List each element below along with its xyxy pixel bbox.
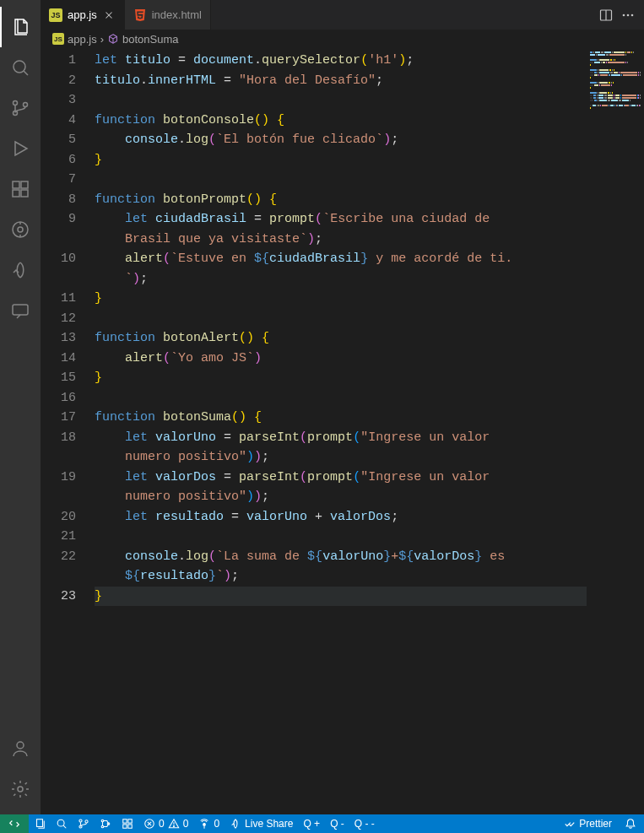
git-graph-icon — [100, 818, 111, 830]
port-count: 0 — [214, 818, 219, 830]
branch-icon — [10, 98, 30, 118]
extensions-icon — [122, 818, 133, 830]
status-search[interactable] — [51, 814, 73, 833]
activity-bar — [0, 0, 41, 814]
liveshare-icon — [10, 260, 30, 280]
remote-icon — [8, 818, 20, 830]
svg-point-10 — [18, 227, 23, 232]
search-icon — [56, 818, 68, 830]
activity-source-control[interactable] — [0, 88, 41, 128]
status-problems[interactable]: 0 0 — [138, 814, 193, 833]
chevron-right-icon: › — [100, 33, 104, 46]
activity-gitlens[interactable] — [0, 209, 41, 250]
status-right: Prettier — [559, 814, 644, 833]
line-gutter: 123456789 10 1112131415161718 19 202122 … — [41, 48, 89, 814]
js-file-icon: JS — [52, 33, 64, 45]
tab-label: index.html — [152, 8, 202, 21]
svg-point-28 — [101, 825, 104, 828]
svg-rect-21 — [37, 819, 43, 827]
code-area[interactable]: let titulo = document.querySelector('h1'… — [89, 48, 587, 814]
liveshare-icon — [230, 818, 241, 830]
svg-rect-33 — [128, 819, 132, 823]
status-liveshare[interactable]: Live Share — [225, 814, 298, 833]
status-q-plus[interactable]: Q + — [298, 814, 325, 833]
minimap-content — [590, 51, 641, 110]
activity-search[interactable] — [0, 47, 41, 88]
extensions-icon — [10, 179, 30, 199]
q-plus-label: Q + — [303, 818, 320, 830]
activity-run[interactable] — [0, 128, 41, 169]
status-bar: 0 0 0 Live Share Q + Q - Q - - Prettier — [0, 814, 644, 833]
svg-point-4 — [24, 103, 28, 107]
tab-close-button[interactable] — [102, 8, 116, 22]
user-icon — [10, 738, 30, 759]
svg-point-39 — [203, 824, 206, 826]
double-check-icon — [564, 818, 576, 830]
status-notifications[interactable] — [617, 814, 644, 833]
branch-icon — [78, 818, 89, 830]
html-file-icon — [133, 8, 147, 22]
activity-settings[interactable] — [0, 769, 41, 809]
status-prettier[interactable]: Prettier — [559, 814, 617, 833]
split-icon — [599, 8, 613, 22]
status-graph[interactable] — [95, 814, 116, 833]
q-dash-label: Q - - — [354, 818, 375, 830]
tab-bar: JS app.js index.html — [41, 0, 644, 30]
status-q-dash[interactable]: Q - - — [349, 814, 380, 833]
activity-extensions[interactable] — [0, 169, 41, 209]
ellipsis-icon — [621, 8, 635, 22]
activity-chat[interactable] — [0, 290, 41, 331]
q-minus-label: Q - — [330, 818, 344, 830]
main-area: JS app.js index.html — [0, 0, 644, 814]
svg-point-0 — [14, 61, 25, 73]
svg-point-24 — [79, 819, 82, 822]
tab-index-html[interactable]: index.html — [125, 0, 211, 30]
svg-line-1 — [24, 71, 28, 75]
editor-body: 123456789 10 1112131415161718 19 202122 … — [41, 48, 644, 814]
tab-app-js[interactable]: JS app.js — [41, 0, 125, 30]
minimap[interactable] — [587, 48, 644, 814]
tab-bar-spacer — [211, 0, 590, 30]
svg-point-13 — [18, 787, 23, 792]
editor-column: JS app.js index.html — [41, 0, 644, 814]
tab-label: app.js — [68, 8, 97, 21]
status-ext[interactable] — [116, 814, 138, 833]
status-copy[interactable] — [29, 814, 51, 833]
files-icon — [34, 818, 46, 830]
play-icon — [10, 138, 30, 159]
svg-rect-7 — [21, 190, 28, 197]
activity-explorer[interactable] — [0, 7, 41, 47]
activity-liveshare[interactable] — [0, 250, 41, 290]
method-icon — [107, 33, 119, 45]
more-actions-button[interactable] — [619, 6, 637, 24]
status-q-minus[interactable]: Q - — [325, 814, 349, 833]
close-icon — [103, 9, 115, 21]
status-ports[interactable]: 0 — [193, 814, 225, 833]
svg-rect-8 — [21, 181, 28, 188]
antenna-icon — [198, 818, 210, 830]
svg-point-19 — [627, 14, 630, 16]
gitlens-icon — [10, 219, 30, 240]
error-count: 0 — [159, 818, 165, 830]
activity-accounts[interactable] — [0, 728, 41, 769]
svg-rect-6 — [13, 190, 19, 197]
remote-button[interactable] — [0, 814, 29, 833]
svg-point-12 — [17, 742, 24, 749]
svg-point-18 — [623, 14, 625, 16]
warning-icon — [168, 818, 180, 830]
svg-rect-11 — [13, 305, 28, 315]
svg-point-26 — [85, 820, 88, 823]
status-branch[interactable] — [73, 814, 95, 833]
breadcrumb-symbol: botonSuma — [122, 33, 179, 46]
status-left: 0 0 0 Live Share Q + Q - Q - - — [0, 814, 380, 833]
svg-point-27 — [101, 819, 104, 822]
breadcrumb[interactable]: JS app.js › botonSuma — [41, 30, 644, 48]
svg-rect-30 — [123, 819, 127, 823]
activity-top-group — [0, 7, 41, 331]
split-editor-button[interactable] — [597, 6, 615, 24]
breadcrumb-file: app.js — [68, 33, 97, 46]
js-file-icon: JS — [49, 8, 62, 22]
svg-point-20 — [631, 14, 634, 16]
warning-count: 0 — [183, 818, 189, 830]
svg-rect-32 — [128, 825, 132, 828]
